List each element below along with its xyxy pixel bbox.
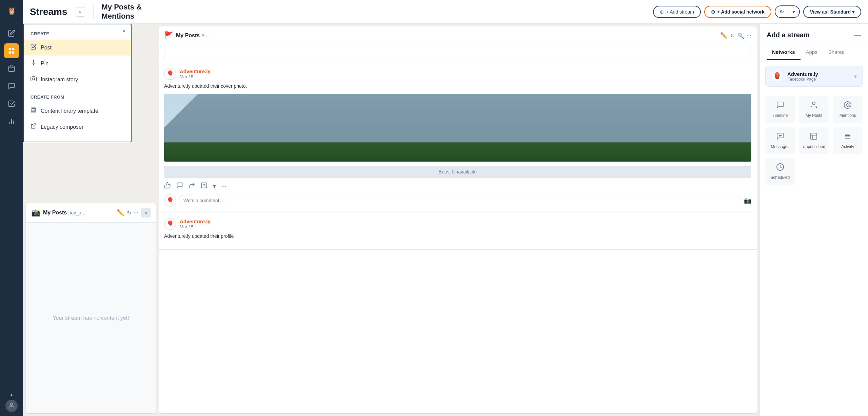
facebook-more-icon[interactable]: ··· — [747, 33, 751, 39]
shared-tab[interactable]: Shared — [823, 45, 850, 60]
like-button[interactable] — [164, 182, 171, 190]
network-card-chevron[interactable]: ▾ — [854, 73, 857, 80]
streams-panel: × CREATE Post — [23, 24, 159, 416]
post-1-actions: ▾ ··· — [164, 182, 751, 190]
sidebar-collapse-btn[interactable]: ▲ — [9, 392, 14, 397]
calendar-icon[interactable] — [4, 61, 19, 76]
legacy-composer-label: Legacy composer — [41, 124, 83, 130]
header-divider — [93, 5, 94, 19]
comment-avatar: 🎈 — [164, 194, 176, 207]
mentions-stream-type[interactable]: Mentions — [833, 96, 863, 123]
adventure-ly-network-card[interactable]: Adventure.ly Facebook Page ▾ — [765, 66, 863, 87]
comment-input[interactable] — [179, 195, 741, 206]
close-dropdown-button[interactable]: × — [120, 27, 128, 35]
page-title: My Posts &Mentions — [102, 3, 142, 21]
main-area: Streams « My Posts &Mentions ⊕ + Add str… — [23, 0, 868, 416]
svg-point-7 — [10, 403, 13, 405]
legacy-composer-icon — [31, 123, 37, 131]
post-2-text: Adventure.ly updated their profile — [164, 233, 751, 240]
share-button[interactable] — [189, 182, 195, 190]
pin-menu-item[interactable]: Pin — [24, 56, 131, 71]
compose-icon[interactable] — [4, 26, 19, 41]
my-posts-stream-type[interactable]: My Posts — [799, 96, 829, 123]
post-1-date: Mar 15 — [180, 74, 211, 79]
create-from-title: CREATE FROM — [24, 95, 131, 103]
post-more-button[interactable]: ··· — [221, 183, 226, 190]
streams-title: Streams — [30, 6, 67, 17]
comment-button[interactable] — [176, 182, 183, 190]
instagram-refresh-icon[interactable]: ↻ — [127, 210, 131, 216]
analytics-icon[interactable] — [4, 114, 19, 129]
facebook-stream-column: 🚩 My Posts A... ✏️ ↻ 🔍 ··· — [159, 26, 757, 413]
apps-tab[interactable]: Apps — [801, 45, 823, 60]
post-chevron-down[interactable]: ▾ — [213, 183, 216, 190]
post-icon — [31, 44, 37, 51]
boost-unavailable-button: Boost Unavailable — [164, 166, 751, 178]
sidebar-bottom: ▲ — [5, 392, 18, 412]
add-stream-button[interactable]: ⊕ + Add stream — [653, 6, 701, 18]
unpublished-stream-type[interactable]: Unpublished — [799, 127, 829, 154]
sidebar: 🦉 — [0, 0, 23, 416]
instagram-story-menu-item[interactable]: Instagram story — [24, 71, 131, 87]
app-logo[interactable]: 🦉 — [5, 4, 18, 18]
messages-icon — [776, 132, 784, 142]
view-as-button[interactable]: View as: Standard ▾ — [803, 6, 861, 18]
adventure-ly-type: Facebook Page — [787, 77, 818, 82]
post-2-author: 🎈 Adventure.ly Mar 15 — [164, 218, 751, 230]
facebook-search-input[interactable] — [164, 48, 751, 59]
facebook-refresh-icon[interactable]: ↻ — [730, 33, 735, 39]
svg-rect-17 — [164, 142, 751, 162]
avatar[interactable] — [5, 400, 18, 412]
mentions-label: Mentions — [840, 113, 856, 119]
messages-label: Messages — [771, 144, 789, 150]
facebook-stream-title: My Posts A... — [176, 33, 717, 39]
library-icon — [31, 107, 37, 115]
instagram-more-icon[interactable]: ··· — [134, 210, 138, 216]
content-library-menu-item[interactable]: Content library template — [24, 103, 131, 119]
add-social-network-button[interactable]: ⊕ + Add social network — [704, 6, 771, 18]
unpublished-icon — [810, 132, 818, 142]
scheduled-stream-type[interactable]: Scheduled — [765, 158, 795, 185]
svg-point-36 — [812, 102, 815, 105]
camera-attach-icon[interactable]: 📷 — [744, 197, 751, 204]
post-menu-item[interactable]: Post — [24, 40, 131, 56]
timeline-stream-type[interactable]: Timeline — [765, 96, 795, 123]
stream-types-grid: Timeline My Posts Mentions — [765, 91, 863, 191]
messages-stream-type[interactable]: Messages — [765, 127, 795, 154]
adventure-ly-avatar-1: 🎈 — [164, 68, 176, 80]
svg-rect-4 — [9, 51, 11, 54]
boost-button[interactable] — [201, 182, 208, 190]
collapse-button[interactable]: « — [76, 7, 85, 17]
legacy-composer-menu-item[interactable]: Legacy composer — [24, 119, 131, 135]
networks-tab[interactable]: Networks — [767, 45, 801, 60]
svg-rect-5 — [12, 51, 14, 54]
svg-rect-38 — [811, 133, 817, 139]
post-2-date: Mar 15 — [180, 224, 211, 229]
instagram-story-label: Instagram story — [41, 77, 78, 83]
mentions-icon — [844, 101, 852, 111]
activity-icon — [844, 132, 852, 142]
svg-point-8 — [33, 60, 34, 61]
refresh-button[interactable]: ↻ — [775, 6, 788, 17]
my-posts-icon — [810, 101, 818, 111]
add-stream-close-button[interactable]: — — [854, 30, 861, 39]
inbox-icon[interactable] — [4, 79, 19, 93]
refresh-chevron[interactable]: ▾ — [788, 6, 799, 17]
facebook-edit-icon[interactable]: ✏️ — [720, 32, 728, 39]
instagram-edit-icon[interactable]: ✏️ — [117, 209, 124, 216]
scheduled-icon — [776, 163, 784, 173]
activity-stream-type[interactable]: Activity — [833, 127, 863, 154]
adventure-ly-avatar-2: 🎈 — [164, 218, 176, 230]
add-stream-header: Add a stream — — [760, 24, 868, 45]
instagram-stream-actions: ✏️ ↻ ··· — [117, 209, 138, 216]
create-divider — [31, 91, 124, 91]
instagram-account: hey_a... — [68, 210, 85, 215]
svg-point-37 — [846, 104, 849, 106]
dashboard-icon[interactable] — [4, 43, 19, 58]
tasks-icon[interactable] — [4, 96, 19, 111]
pin-item-label: Pin — [41, 61, 48, 67]
instagram-stream-close[interactable]: × — [141, 208, 151, 217]
facebook-search-icon[interactable]: 🔍 — [737, 33, 744, 39]
post-1-author-name[interactable]: Adventure.ly — [180, 68, 211, 74]
post-2-author-name[interactable]: Adventure.ly — [180, 219, 211, 224]
